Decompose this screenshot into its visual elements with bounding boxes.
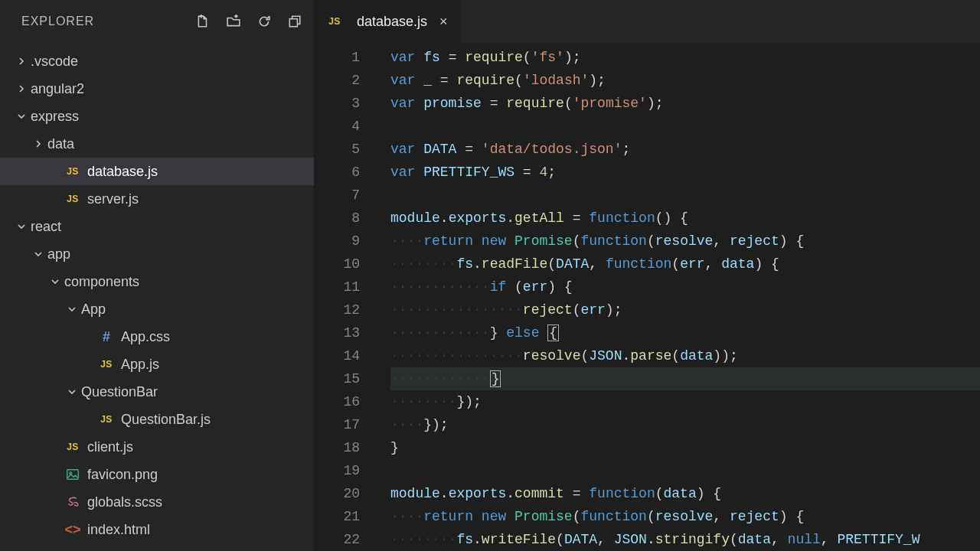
folder-components[interactable]: components	[0, 268, 314, 295]
tree-item-label: favicon.png	[87, 467, 158, 483]
twisty-icon	[49, 278, 61, 285]
folder-angular2[interactable]: angular2	[0, 75, 314, 103]
tree-item-label: react	[31, 219, 61, 235]
file-globals-scss[interactable]: globals.scss	[0, 488, 314, 516]
file-database-js[interactable]: JSdatabase.js	[0, 158, 314, 185]
file-index-html[interactable]: <>index.html	[0, 516, 314, 543]
explorer-actions	[196, 15, 302, 28]
tree-item-label: App	[81, 302, 106, 318]
twisty-icon	[15, 112, 28, 120]
file-favicon-png[interactable]: favicon.png	[0, 461, 314, 488]
collapse-all-icon[interactable]	[288, 15, 302, 28]
explorer-sidebar: EXPLORER .vscodeangular2expressdataJSdat…	[0, 0, 314, 551]
twisty-icon	[66, 305, 78, 313]
editor-area: JS database.js × 12345678910111213141516…	[314, 0, 980, 551]
tree-item-label: App.css	[121, 329, 170, 345]
close-icon[interactable]: ×	[439, 14, 448, 30]
tree-item-label: database.js	[87, 164, 158, 180]
explorer-header: EXPLORER	[0, 0, 314, 43]
twisty-icon	[66, 388, 78, 396]
twisty-icon	[15, 85, 28, 93]
tree-item-label: app	[47, 246, 70, 262]
new-file-icon[interactable]	[196, 15, 210, 28]
twisty-icon	[15, 223, 28, 230]
twisty-icon	[15, 57, 28, 65]
folder-questionbar[interactable]: QuestionBar	[0, 378, 314, 406]
file-app-css[interactable]: #App.css	[0, 323, 314, 350]
folder--vscode[interactable]: .vscode	[0, 47, 314, 75]
file-questionbar-js[interactable]: JSQuestionBar.js	[0, 406, 314, 433]
file-tree: .vscodeangular2expressdataJSdatabase.jsJ…	[0, 43, 314, 551]
svg-rect-0	[289, 19, 297, 27]
tree-item-label: index.html	[87, 522, 150, 538]
tree-item-label: components	[64, 274, 139, 290]
editor-tabbar: JS database.js ×	[314, 0, 980, 43]
tree-item-label: server.js	[87, 191, 139, 207]
tree-item-label: express	[31, 109, 79, 125]
folder-app[interactable]: App	[0, 295, 314, 323]
folder-app[interactable]: app	[0, 240, 314, 268]
file-app-js[interactable]: JSApp.js	[0, 350, 314, 378]
folder-data[interactable]: data	[0, 130, 314, 158]
refresh-icon[interactable]	[257, 15, 271, 28]
tree-item-label: angular2	[31, 81, 84, 97]
explorer-title: EXPLORER	[21, 15, 94, 28]
twisty-icon	[32, 250, 44, 258]
twisty-icon	[32, 140, 44, 148]
file-client-js[interactable]: JSclient.js	[0, 433, 314, 461]
tree-item-label: client.js	[87, 439, 133, 455]
svg-rect-1	[67, 470, 79, 479]
tree-item-label: App.js	[121, 357, 159, 373]
folder-react[interactable]: react	[0, 213, 314, 240]
code-editor[interactable]: 12345678910111213141516171819202122 var …	[314, 43, 980, 551]
tree-item-label: data	[47, 136, 74, 152]
tab-label: database.js	[357, 14, 427, 30]
tab-database-js[interactable]: JS database.js ×	[314, 0, 460, 43]
tree-item-label: .vscode	[31, 54, 78, 70]
svg-point-2	[70, 472, 72, 474]
file-server-js[interactable]: JSserver.js	[0, 185, 314, 213]
folder-express[interactable]: express	[0, 103, 314, 130]
tree-item-label: QuestionBar.js	[121, 412, 211, 428]
js-icon: JS	[326, 16, 343, 27]
tree-item-label: globals.scss	[87, 494, 162, 510]
line-gutter: 12345678910111213141516171819202122	[314, 43, 375, 551]
tree-item-label: QuestionBar	[81, 384, 158, 400]
new-folder-icon[interactable]	[227, 15, 240, 28]
code-content[interactable]: var fs = require('fs');var _ = require('…	[375, 43, 980, 551]
